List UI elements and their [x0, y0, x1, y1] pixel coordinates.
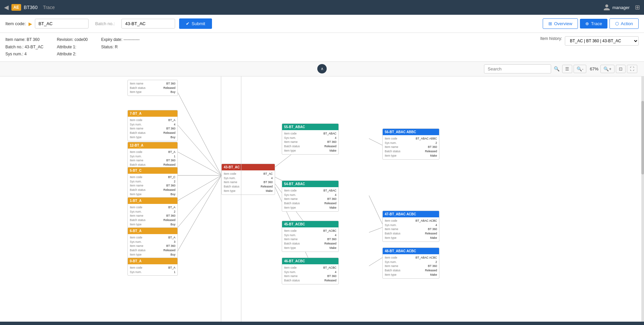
collapse-button[interactable]: ∧	[317, 64, 327, 73]
node-6bt-a-header: 6-BT_A	[128, 228, 177, 234]
zoom-in-button[interactable]: 🔍+	[600, 65, 614, 73]
app-name: BT360	[24, 5, 38, 10]
canvas-toolbar: ∧ 🔍 ☰ 🔍- 67% 🔍+ ⊡ ⛶	[0, 62, 644, 76]
item-name-value: BT 360	[26, 37, 39, 42]
node-54bt-abac-header: 54-BT_ABAC	[282, 181, 338, 187]
revision-label: Revision:	[57, 37, 73, 42]
user-menu[interactable]: manager	[603, 4, 630, 11]
item-history-select[interactable]: BT_AC | BT 360 | 43-BT_AC	[565, 36, 639, 46]
sys-num-label: Sys num.:	[5, 52, 23, 56]
user-icon	[603, 4, 610, 11]
node-46bt-acbc[interactable]: 46-BT_ACBC Item codeBT_ACBC Sys num.4 It…	[282, 258, 339, 284]
list-view-button[interactable]: ☰	[562, 65, 572, 73]
node-55bt-abac-header: 55-BT_ABAC	[282, 124, 338, 130]
submit-check-icon: ✔	[186, 21, 190, 26]
center-divider	[221, 76, 221, 322]
info-bar: Item name: BT 360 Batch no.: 43-BT_AC Sy…	[0, 33, 644, 62]
node-45bt-acbc[interactable]: 45-BT_ACBC Item codeBT_ACBC Sys num.4 It…	[282, 221, 339, 252]
node-47bt-header: 47-BT_ABAC ACBC	[383, 211, 439, 217]
status-label: Status:	[101, 45, 114, 49]
sys-num-value: 4	[24, 52, 27, 56]
zoom-in-icon: 🔍+	[603, 66, 611, 71]
svg-line-13	[369, 227, 382, 232]
revision-value: code00	[74, 37, 88, 42]
action-icon: ⬡	[615, 21, 619, 26]
batch-no-info-label: Batch no.:	[5, 45, 23, 49]
node-48bt-header: 48-BT_ABAC ACBC	[383, 248, 439, 254]
svg-line-1	[178, 125, 221, 175]
node-5bt-c[interactable]: 5-BT_C Item codeBT_C Sys num.2 Item name…	[127, 167, 178, 198]
svg-line-12	[369, 196, 382, 224]
app-logo: AE	[11, 4, 21, 11]
node-7bt-a-header: 7-BT_A	[128, 110, 177, 117]
scrollbar-thumb[interactable]	[641, 101, 644, 174]
node-12bt-a-header: 12-BT_A	[128, 142, 177, 149]
svg-line-11	[369, 139, 382, 145]
node-1bt-a[interactable]: 1-BT_A Item codeBT_A Sys num.2 Item name…	[127, 197, 178, 228]
toolbar: Item code: ▶ Batch no.: ✔ Submit ⊞ Overv…	[0, 15, 644, 33]
batch-no-info-value: 43-BT_AC	[24, 45, 43, 49]
node-55bt-abac[interactable]: 55-BT_ABAC Item codeBT_ABAC Sys num.4 It…	[282, 123, 339, 155]
item-code-input[interactable]	[35, 19, 89, 29]
svg-line-4	[178, 175, 221, 201]
trace-icon: ⊕	[585, 21, 589, 26]
node-47bt-abac-acbc[interactable]: 47-BT_ABAC ACBC Item codeBT_ABAC ACBC Sy…	[382, 211, 439, 242]
batch-no-input[interactable]	[121, 19, 175, 29]
submit-button[interactable]: ✔ Submit	[179, 18, 212, 29]
overview-icon: ⊞	[548, 21, 552, 26]
info-col-3: Expiry date: ------------ Status: R	[101, 36, 140, 51]
trace-button[interactable]: ⊕ Trace	[580, 19, 607, 29]
svg-line-0	[178, 93, 221, 175]
node-48bt-abac-acbc[interactable]: 48-BT_ABAC ACBC Item codeBT_ABAC ACBC Sy…	[382, 248, 439, 279]
search-input[interactable]	[484, 64, 551, 73]
zoom-out-icon: 🔍-	[577, 66, 583, 71]
ghost-node[interactable]: Item nameBT 360 Batch statusReleased Ite…	[127, 80, 178, 96]
node-46bt-acbc-header: 46-BT_ACBC	[282, 258, 338, 264]
attribute1-label: Attribute 1:	[57, 45, 76, 49]
node-45bt-acbc-header: 45-BT_ACBC	[282, 221, 338, 227]
center-divider-2	[241, 76, 241, 322]
action-button[interactable]: ⬡ Action	[609, 18, 639, 29]
node-5bt-c-header: 5-BT_C	[128, 167, 177, 174]
node-7bt-a[interactable]: 7-BT_A Item codeBT_A Sys num.4 Item name…	[127, 110, 178, 141]
info-col-1: Item name: BT 360 Batch no.: 43-BT_AC Sy…	[5, 36, 43, 58]
item-code-label: Item code:	[5, 21, 26, 26]
status-value: R	[115, 45, 118, 49]
overview-button[interactable]: ⊞ Overview	[543, 18, 578, 29]
svg-line-5	[178, 175, 221, 227]
diagram-area[interactable]: Item nameBT 360 Batch statusReleased Ite…	[0, 76, 644, 322]
fit-view-button[interactable]: ⊡	[616, 65, 626, 73]
node-0bt-a-header: 0-BT_A	[128, 258, 177, 264]
batch-no-label: Batch no.:	[95, 21, 115, 26]
node-6bt-a[interactable]: 6-BT_A Item codeBT_A Sys num.3 Item name…	[127, 227, 178, 259]
status-bar: PFDEMOGB [hanadev:30015]	[0, 322, 644, 325]
header-trace-label: Trace	[43, 5, 55, 10]
search-icon: 🔍	[554, 66, 559, 71]
fit-icon: ⊡	[619, 66, 623, 71]
item-history-label: Item history:	[540, 36, 562, 41]
fullscreen-icon: ⛶	[630, 66, 634, 71]
node-56bt-header: 56-BT_ABAC ABBC	[383, 129, 439, 135]
user-name: manager	[612, 5, 630, 10]
zoom-level: 67%	[590, 66, 598, 71]
expiry-label: Expiry date:	[101, 37, 122, 42]
item-code-arrow[interactable]: ▶	[29, 21, 32, 26]
collapse-icon: ∧	[321, 66, 324, 71]
attribute2-label: Attribute 2:	[57, 52, 76, 56]
node-54bt-abac[interactable]: 54-BT_ABAC Item codeBT_ABAC Sys num.4 It…	[282, 180, 339, 212]
node-43bt-ac[interactable]: 43-BT_AC Item codeBT_AC Sys num.4 Item n…	[221, 164, 275, 195]
grid-icon[interactable]: ⊞	[635, 4, 640, 11]
node-56bt-abac-abbc[interactable]: 56-BT_ABAC ABBC Item codeBT_ABAC ABBC Sy…	[382, 128, 439, 160]
item-name-label: Item name:	[5, 37, 25, 42]
zoom-out-button[interactable]: 🔍-	[574, 65, 586, 73]
back-button[interactable]: ◀	[4, 4, 9, 11]
node-0bt-a[interactable]: 0-BT_A Item codeBT_A Sys num.1	[127, 258, 178, 276]
node-43bt-ac-header: 43-BT_AC	[222, 164, 275, 170]
fullscreen-button[interactable]: ⛶	[627, 65, 637, 73]
svg-line-2	[178, 152, 221, 175]
scrollbar[interactable]	[641, 76, 644, 322]
expiry-value: ------------	[123, 37, 140, 42]
info-col-2: Revision: code00 Attribute 1: Attribute …	[57, 36, 88, 58]
svg-line-6	[178, 175, 221, 251]
list-icon: ☰	[565, 66, 569, 71]
